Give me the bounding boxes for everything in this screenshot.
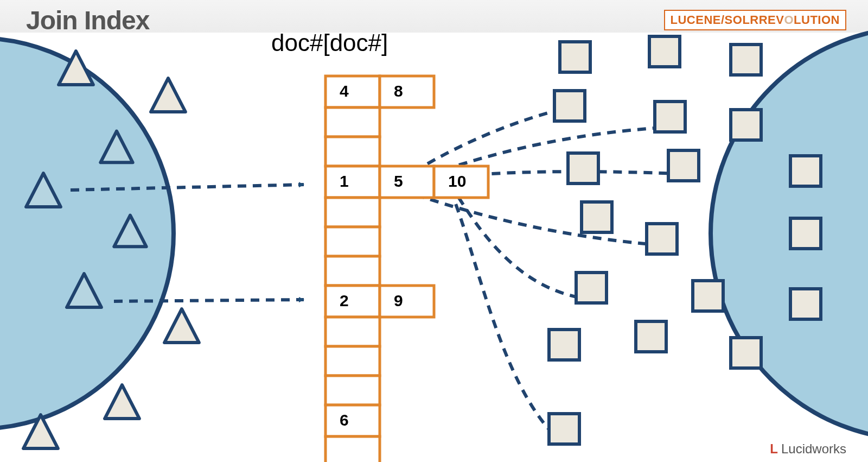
index-cell <box>380 286 434 317</box>
index-cell <box>326 137 380 166</box>
index-cell <box>326 317 380 346</box>
index-value: 4 <box>340 82 349 100</box>
diagram-stage: Join Index LUCENE/SOLRREVOLUTION doc#[do… <box>0 0 868 462</box>
index-cell <box>326 376 380 405</box>
index-value: 1 <box>340 172 349 190</box>
arrow-icon <box>450 185 586 299</box>
square-icon <box>693 281 723 311</box>
index-cell <box>326 198 380 227</box>
square-icon <box>731 338 761 368</box>
fq-circle <box>0 38 174 429</box>
lucidworks-mark-icon: L <box>770 441 778 456</box>
index-value: 8 <box>394 82 403 100</box>
square-icon <box>790 156 821 186</box>
square-icon <box>647 224 677 254</box>
index-cell <box>326 346 380 376</box>
index-value: 2 <box>340 292 349 309</box>
index-cell <box>326 405 380 436</box>
index-cell <box>326 76 380 107</box>
square-icon <box>655 102 685 132</box>
square-icon <box>731 110 761 140</box>
square-icon <box>582 202 612 232</box>
index-cell <box>326 166 380 198</box>
svg-layer: 481510296 <box>0 0 868 462</box>
footer-logo: LLucidworks <box>770 441 846 457</box>
index-cell <box>326 286 380 317</box>
square-icon <box>649 36 680 67</box>
square-icon <box>549 330 579 360</box>
triangle-icon <box>105 385 139 419</box>
square-icon <box>790 218 821 249</box>
index-value: 5 <box>394 172 403 190</box>
triangle-icon <box>164 309 199 343</box>
square-icon <box>568 153 598 183</box>
index-value: 9 <box>394 292 403 309</box>
square-icon <box>731 45 761 75</box>
square-icon <box>549 414 579 444</box>
square-icon <box>636 321 666 352</box>
square-icon <box>560 42 590 72</box>
index-cell <box>326 107 380 137</box>
index-cell <box>380 166 434 198</box>
footer-brand: Lucidworks <box>781 441 846 456</box>
triangle-icon <box>151 78 186 112</box>
square-icon <box>576 273 607 303</box>
index-cell <box>326 256 380 286</box>
square-icon <box>790 289 821 319</box>
square-icon <box>554 91 585 121</box>
square-icon <box>668 150 699 181</box>
index-value: 6 <box>340 411 349 429</box>
index-cell <box>326 436 380 462</box>
index-value: 10 <box>448 172 466 190</box>
index-cell <box>326 227 380 256</box>
index-cell <box>380 76 434 107</box>
